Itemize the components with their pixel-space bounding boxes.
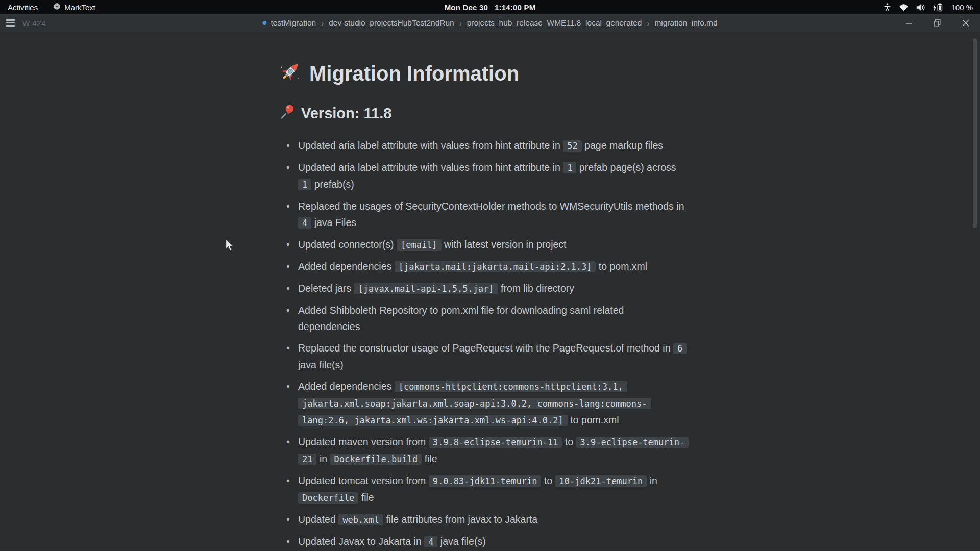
text-segment: prefab page(s) across bbox=[576, 162, 676, 173]
text-segment: Updated aria label attribute with values… bbox=[298, 140, 563, 151]
list-item: Added dependencies [jakarta.mail:jakarta… bbox=[298, 258, 688, 275]
text-segment: Replaced the constructor usage of PageRe… bbox=[298, 342, 673, 354]
breadcrumb-separator-icon: › bbox=[647, 19, 649, 28]
focused-app-name: MarkText bbox=[64, 3, 95, 12]
version-heading-text: Version: 11.8 bbox=[301, 105, 391, 122]
text-segment: Updated tomcat version from bbox=[298, 475, 429, 486]
list-item: Updated Javax to Jakarta in 4 java file(… bbox=[298, 533, 688, 550]
breadcrumb-item[interactable]: migration_info.md bbox=[654, 18, 717, 28]
text-segment: to bbox=[541, 475, 555, 486]
inline-code: Dockerfile.build bbox=[330, 454, 422, 465]
inline-code: 10-jdk21-temurin bbox=[555, 475, 647, 487]
pushpin-icon bbox=[279, 104, 295, 123]
activities-button[interactable]: Activities bbox=[0, 0, 46, 14]
word-count: W 424 bbox=[22, 19, 46, 28]
version-heading: Version: 11.8 bbox=[279, 104, 688, 123]
list-item: Replaced the constructor usage of PageRe… bbox=[298, 340, 688, 373]
inline-code: [email] bbox=[397, 239, 442, 251]
unsaved-indicator-dot bbox=[262, 21, 266, 25]
inline-code: [jakarta.mail:jakarta.mail-api:2.1.3] bbox=[395, 261, 596, 272]
system-tray: 100 % bbox=[883, 2, 980, 12]
system-top-bar: Activities MarkText Mon Dec 30 1:14:00 P… bbox=[0, 0, 980, 14]
wifi-icon[interactable] bbox=[899, 4, 909, 11]
text-segment: Added dependencies bbox=[298, 381, 395, 392]
breadcrumb: testMigration›dev-studio_projectsHubTest… bbox=[262, 14, 717, 32]
breadcrumb-separator-icon: › bbox=[321, 19, 324, 28]
inline-code: 6 bbox=[673, 343, 687, 354]
inline-code: web.xml bbox=[338, 514, 383, 525]
inline-code: 1 bbox=[298, 179, 311, 190]
menu-hamburger-icon[interactable] bbox=[0, 14, 19, 32]
bullet-list: Updated aria label attribute with values… bbox=[279, 137, 688, 550]
inline-code: 4 bbox=[424, 536, 437, 547]
inline-code: 4 bbox=[298, 217, 311, 229]
text-segment: in bbox=[316, 453, 330, 464]
clock[interactable]: Mon Dec 30 1:14:00 PM bbox=[445, 0, 536, 14]
editor-content-area[interactable]: Migration Information Version: 11.8 Upda… bbox=[0, 32, 980, 551]
text-segment: Added Shibboleth Repository to pom.xml f… bbox=[298, 305, 624, 332]
list-item: Updated web.xml file attributes from jav… bbox=[298, 511, 688, 528]
breadcrumb-item[interactable]: testMigration bbox=[271, 18, 316, 28]
restore-button[interactable] bbox=[923, 14, 951, 32]
text-segment: from lib directory bbox=[498, 283, 575, 294]
text-segment: file attributes from javax to Jakarta bbox=[383, 514, 537, 525]
text-segment: Deleted jars bbox=[298, 283, 354, 294]
list-item: Added dependencies [commons-httpclient:c… bbox=[298, 378, 688, 429]
text-segment: Updated connector(s) bbox=[298, 239, 397, 250]
text-segment: file bbox=[358, 492, 374, 503]
inline-code: 1 bbox=[563, 162, 576, 173]
text-segment: Updated Javax to Jakarta in bbox=[298, 536, 424, 547]
page-title: Migration Information bbox=[279, 60, 688, 87]
text-segment: to bbox=[562, 436, 576, 447]
list-item: Deleted jars [javax.mail-api-1.5.5.jar] … bbox=[298, 280, 688, 297]
text-segment: page markup files bbox=[582, 140, 663, 151]
inline-code: 3.9.8-eclipse-temurin-11 bbox=[429, 437, 562, 448]
list-item: Updated aria label attribute with values… bbox=[298, 137, 688, 154]
markdown-document: Migration Information Version: 11.8 Upda… bbox=[279, 32, 688, 551]
text-segment: Updated aria label attribute with values… bbox=[298, 162, 563, 173]
breadcrumb-separator-icon: › bbox=[459, 19, 462, 28]
clock-time: 1:14:00 PM bbox=[495, 3, 535, 12]
text-segment: java Files bbox=[311, 217, 356, 228]
inline-code: 9.0.83-jdk11-temurin bbox=[429, 475, 542, 487]
text-segment: file bbox=[422, 453, 437, 464]
battery-charging-icon[interactable] bbox=[933, 3, 944, 12]
page-title-text: Migration Information bbox=[309, 62, 519, 85]
text-segment: with latest version in project bbox=[442, 239, 567, 250]
window-titlebar: W 424 testMigration›dev-studio_projectsH… bbox=[0, 14, 980, 32]
text-segment: to pom.xml bbox=[568, 414, 619, 425]
text-segment: in bbox=[647, 475, 657, 486]
inline-code: 52 bbox=[563, 140, 581, 152]
text-segment: Updated bbox=[298, 514, 338, 525]
minimize-button[interactable] bbox=[894, 14, 923, 32]
list-item: Updated aria label attribute with values… bbox=[298, 159, 688, 193]
close-button[interactable] bbox=[951, 14, 980, 32]
text-segment: to pom.xml bbox=[596, 261, 647, 272]
mouse-cursor bbox=[225, 239, 236, 254]
text-segment: java file(s) bbox=[298, 359, 344, 370]
text-segment: Updated maven version from bbox=[298, 436, 429, 447]
list-item: Added Shibboleth Repository to pom.xml f… bbox=[298, 302, 688, 335]
text-segment: Replaced the usages of SecurityContextHo… bbox=[298, 201, 684, 212]
breadcrumb-item[interactable]: dev-studio_projectsHubTest2ndRun bbox=[329, 18, 454, 28]
inline-code: [javax.mail-api-1.5.5.jar] bbox=[354, 283, 498, 294]
list-item: Updated tomcat version from 9.0.83-jdk11… bbox=[298, 472, 688, 506]
rocket-icon bbox=[279, 60, 302, 87]
inline-code: Dockerfile bbox=[298, 492, 358, 504]
list-item: Replaced the usages of SecurityContextHo… bbox=[298, 198, 688, 231]
list-item: Updated connector(s) [email] with latest… bbox=[298, 236, 688, 253]
battery-percentage: 100 % bbox=[951, 3, 973, 12]
volume-icon[interactable] bbox=[916, 3, 925, 12]
clock-date: Mon Dec 30 bbox=[445, 3, 488, 12]
window-controls bbox=[894, 14, 980, 32]
text-segment: Added dependencies bbox=[298, 261, 395, 272]
text-segment: java file(s) bbox=[437, 536, 485, 547]
marktext-icon bbox=[53, 3, 61, 12]
text-segment: prefab(s) bbox=[311, 179, 354, 190]
vertical-scrollbar-thumb[interactable] bbox=[973, 38, 977, 228]
list-item: Updated maven version from 3.9.8-eclipse… bbox=[298, 434, 688, 467]
focused-app-indicator[interactable]: MarkText bbox=[53, 3, 95, 12]
accessibility-icon[interactable] bbox=[883, 2, 892, 12]
breadcrumb-item[interactable]: projects_hub_release_WME11.8_local_gener… bbox=[467, 18, 642, 28]
